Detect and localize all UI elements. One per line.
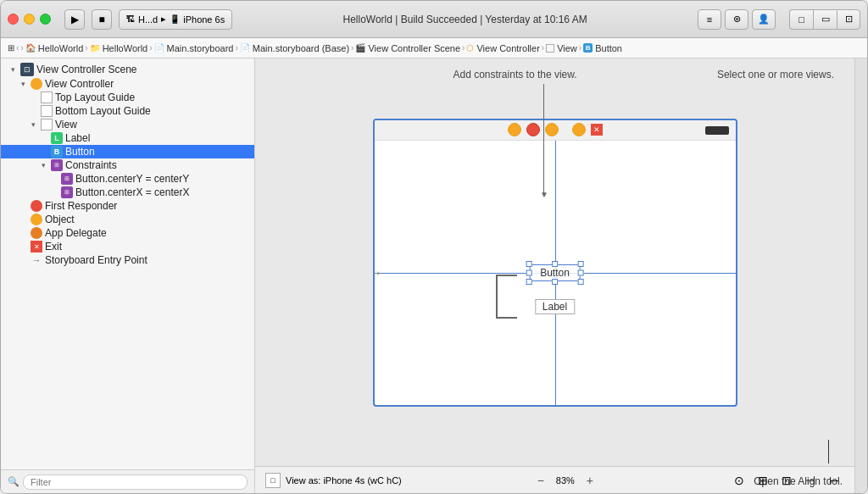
breadcrumb-vc-scene[interactable]: 🎬 View Controller Scene — [355, 43, 460, 53]
breadcrumb-label-4: Main.storyboard (Base) — [253, 43, 349, 53]
status-icon-3 — [545, 123, 559, 136]
sidebar-item-entry-point[interactable]: → Storyboard Entry Point — [1, 253, 254, 267]
sidebar-item-button[interactable]: B Button — [1, 145, 254, 158]
view-label: View — [55, 119, 77, 130]
phone-status-bar: ✕ — [375, 120, 736, 141]
label-label: Label — [65, 132, 90, 144]
breadcrumb-view[interactable]: View — [546, 43, 577, 53]
breadcrumb-label-5: View Controller Scene — [368, 43, 460, 53]
main-area: ⊡ View Controller Scene View Controller … — [1, 58, 867, 493]
disclosure-vc — [18, 79, 28, 89]
layout-debug-btn[interactable]: ▭ — [813, 9, 837, 30]
zoom-out-button[interactable]: − — [532, 472, 549, 489]
scheme-name: H...d — [138, 14, 158, 25]
breadcrumb-label-1: HelloWorld — [38, 43, 84, 53]
right-scrollbar[interactable] — [854, 58, 867, 493]
breadcrumb-button[interactable]: B Button — [583, 43, 622, 53]
disclosure-view — [28, 119, 38, 130]
filter-bar: 🔍 — [1, 469, 254, 493]
object-label: Object — [45, 214, 75, 225]
tooltip-line — [828, 440, 829, 463]
scene-icon: ⊡ — [20, 63, 34, 76]
sidebar-item-first-responder[interactable]: First Responder — [1, 199, 254, 213]
bottom-bar-center: − 83% + — [412, 472, 719, 489]
label-icon: L — [51, 132, 63, 144]
play-icon: ▶ — [71, 14, 79, 25]
status-icon-1 — [508, 123, 521, 136]
sidebar-item-app-delegate[interactable]: App Delegate — [1, 226, 254, 240]
filter-icon: 🔍 — [8, 476, 19, 487]
disclosure-constraints — [38, 160, 48, 170]
button-icon: B — [51, 146, 63, 158]
breadcrumb-label-7: View — [557, 43, 577, 53]
sidebar-item-constraint1[interactable]: ⊞ Button.centerY = centerY — [1, 172, 254, 186]
constraints-label: Constraints — [65, 159, 117, 171]
zoom-level-display: 83% — [556, 475, 575, 486]
breadcrumb-main-base[interactable]: 📄 Main.storyboard (Base) — [240, 43, 349, 53]
handle-ml — [526, 269, 531, 275]
canvas-inner: ✕ → — [255, 58, 854, 466]
breadcrumb-label-2: HelloWorld — [103, 43, 148, 53]
first-responder-label: First Responder — [45, 200, 117, 212]
maximize-button[interactable] — [40, 14, 51, 25]
sidebar-item-view[interactable]: View — [1, 118, 254, 131]
handle-mr — [578, 269, 584, 275]
sidebar-item-object[interactable]: Object — [1, 213, 254, 226]
phone-content: → — [375, 141, 736, 405]
sidebar-item-exit[interactable]: ✕ Exit — [1, 240, 254, 253]
filter-input[interactable] — [23, 475, 248, 490]
main-window: ▶ ■ 🏗 H...d ▸ 📱 iPhone 6s HelloWorld | B… — [0, 0, 868, 494]
sidebar-item-constraints[interactable]: ⊞ Constraints — [1, 158, 254, 172]
tooltip-text: Open the Align tool. — [754, 475, 843, 487]
device-name: iPhone 6s — [183, 14, 225, 25]
editor-version-btn[interactable]: 👤 — [752, 9, 776, 30]
sidebar: ⊡ View Controller Scene View Controller … — [1, 58, 255, 493]
disclosure-vc-scene — [8, 64, 18, 75]
breadcrumb-label-8: Button — [595, 43, 622, 53]
breadcrumb-vc[interactable]: ⬡ View Controller — [466, 43, 539, 53]
layout-navigator-btn[interactable]: □ — [789, 9, 813, 30]
scheme-selector[interactable]: 🏗 H...d ▸ 📱 iPhone 6s — [119, 9, 232, 30]
sidebar-tree: ⊡ View Controller Scene View Controller … — [1, 58, 254, 469]
sidebar-item-top-layout[interactable]: Top Layout Guide — [1, 91, 254, 104]
entry-point-label: Storyboard Entry Point — [45, 254, 147, 266]
zoom-in-button[interactable]: + — [581, 472, 598, 489]
constraint1-label: Button.centerY = centerY — [75, 173, 189, 185]
titlebar: ▶ ■ 🏗 H...d ▸ 📱 iPhone 6s HelloWorld | B… — [1, 1, 867, 38]
breadcrumb-item-home[interactable]: ⊞ — [8, 43, 14, 53]
vc-scene-label: View Controller Scene — [36, 64, 137, 75]
editor-assistant-btn[interactable]: ⊛ — [725, 9, 748, 30]
editor-standard-btn[interactable]: ≡ — [698, 9, 721, 30]
sidebar-item-bottom-layout[interactable]: Bottom Layout Guide — [1, 104, 254, 118]
app-delegate-icon — [31, 227, 42, 239]
label-widget: Label — [535, 299, 575, 314]
breadcrumb-main-storyboard[interactable]: 📄 Main.storyboard — [154, 43, 234, 53]
handle-br — [578, 279, 584, 285]
stop-icon: ■ — [98, 14, 104, 25]
bottom-layout-label: Bottom Layout Guide — [55, 105, 151, 117]
bottom-bar-left: □ View as: iPhone 4s (wC hC) — [265, 473, 402, 488]
update-frames-btn[interactable]: ⊙ — [729, 470, 749, 491]
device-icon[interactable]: □ — [265, 473, 281, 488]
button-container: Button — [529, 264, 581, 281]
breadcrumb-helloworld-group[interactable]: 📁 HelloWorld — [90, 43, 148, 53]
stop-button[interactable]: ■ — [92, 9, 112, 30]
view-as-label: View as: iPhone 4s (wC hC) — [286, 475, 402, 486]
sidebar-item-label[interactable]: L Label — [1, 131, 254, 145]
breadcrumb-helloworld-root[interactable]: 🏠 HelloWorld — [25, 43, 84, 53]
sidebar-item-constraint2[interactable]: ⊞ Button.centerX = centerX — [1, 186, 254, 199]
handle-tr — [578, 261, 584, 267]
object-icon — [31, 214, 42, 225]
play-button[interactable]: ▶ — [64, 9, 85, 30]
layout-utility-btn[interactable]: ⊡ — [837, 9, 860, 30]
arrow-right-icon: → — [373, 264, 383, 281]
sidebar-item-vc-scene[interactable]: ⊡ View Controller Scene — [1, 62, 254, 77]
minimize-button[interactable] — [24, 14, 35, 25]
constraint1-icon: ⊞ — [61, 173, 73, 185]
close-button[interactable] — [8, 14, 19, 25]
right-toolbar: ≡ ⊛ 👤 □ ▭ ⊡ — [698, 9, 860, 30]
bottom-layout-icon — [41, 105, 53, 117]
sidebar-item-vc[interactable]: View Controller — [1, 77, 254, 91]
top-layout-icon — [41, 92, 53, 103]
handle-tl — [526, 261, 531, 267]
